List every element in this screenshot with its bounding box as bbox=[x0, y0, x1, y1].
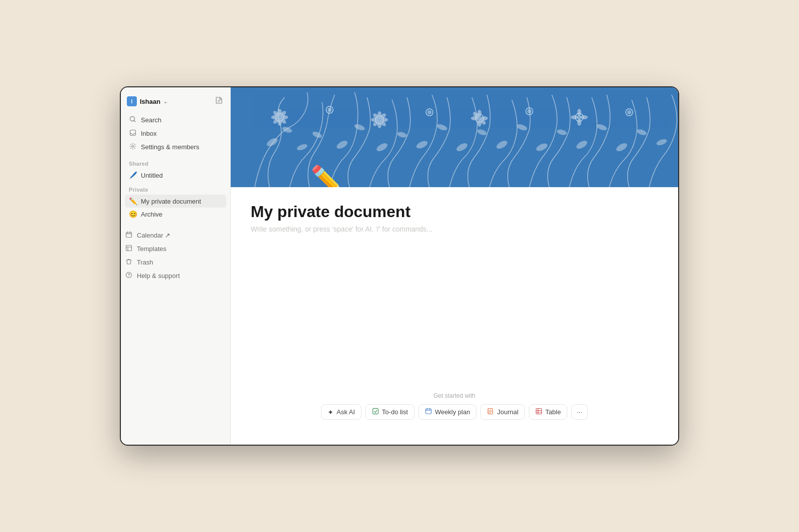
svg-rect-75 bbox=[536, 409, 542, 414]
get-started-label: Get started with bbox=[433, 392, 475, 399]
calendar-label: Calendar ↗ bbox=[137, 232, 170, 239]
my-private-doc-label: My private document bbox=[141, 198, 201, 205]
sidebar-header: I Ishaan ⌄ bbox=[121, 93, 230, 111]
inbox-label: Inbox bbox=[141, 130, 157, 137]
svg-rect-4 bbox=[126, 246, 132, 251]
svg-point-68 bbox=[577, 119, 581, 126]
svg-point-67 bbox=[577, 109, 581, 116]
settings-icon bbox=[129, 143, 137, 151]
todo-icon bbox=[372, 408, 379, 416]
sidebar-item-calendar[interactable]: Calendar ↗ bbox=[121, 229, 230, 242]
sidebar-item-trash[interactable]: Trash bbox=[121, 256, 230, 269]
svg-rect-3 bbox=[126, 233, 132, 238]
inbox-icon bbox=[129, 129, 137, 138]
journal-button[interactable]: Journal bbox=[480, 404, 525, 420]
svg-point-40 bbox=[528, 110, 531, 113]
document-placeholder: Write something, or press 'space' for AI… bbox=[251, 225, 658, 233]
chevron-down-icon: ⌄ bbox=[163, 99, 167, 104]
svg-point-42 bbox=[577, 115, 581, 119]
sidebar-item-help[interactable]: Help & support bbox=[121, 269, 230, 282]
svg-point-32 bbox=[328, 108, 332, 112]
weekly-plan-label: Weekly plan bbox=[435, 408, 470, 416]
table-label: Table bbox=[545, 408, 561, 416]
templates-icon bbox=[125, 245, 133, 253]
sidebar: I Ishaan ⌄ Sear bbox=[121, 87, 231, 445]
more-actions-button[interactable]: ··· bbox=[571, 404, 588, 420]
sidebar-item-search[interactable]: Search bbox=[125, 113, 226, 127]
journal-icon bbox=[487, 408, 494, 416]
svg-point-6 bbox=[128, 276, 129, 276]
more-actions-label: ··· bbox=[577, 408, 582, 416]
svg-point-36 bbox=[428, 111, 431, 114]
table-button[interactable]: Table bbox=[529, 404, 567, 420]
help-label: Help & support bbox=[137, 272, 180, 279]
ask-ai-icon: ✦ bbox=[328, 408, 334, 416]
document-icon: ✏️ bbox=[311, 166, 343, 187]
sidebar-utils: Calendar ↗ Templates Trash bbox=[121, 229, 230, 282]
cover-pattern bbox=[231, 87, 678, 187]
table-icon bbox=[535, 408, 542, 416]
svg-rect-72 bbox=[425, 409, 431, 414]
shared-section-label: Shared bbox=[121, 156, 230, 169]
trash-label: Trash bbox=[137, 259, 153, 266]
get-started-section: Get started with ✦ Ask AI To-do bbox=[251, 392, 658, 435]
workspace-name-label: Ishaan bbox=[140, 98, 160, 105]
search-label: Search bbox=[141, 116, 161, 124]
sidebar-item-settings[interactable]: Settings & members bbox=[125, 140, 226, 154]
svg-point-70 bbox=[581, 115, 588, 119]
search-icon bbox=[129, 116, 137, 124]
document-body[interactable]: My private document Write something, or … bbox=[231, 187, 678, 445]
page-item-my-private-document[interactable]: ✏️ My private document bbox=[125, 195, 226, 208]
page-item-archive[interactable]: 😊 Archive bbox=[125, 208, 226, 221]
weekly-plan-icon bbox=[425, 408, 432, 416]
main-content: ✏️ My private document Write something, … bbox=[231, 87, 678, 445]
templates-label: Templates bbox=[137, 245, 166, 253]
ask-ai-button[interactable]: ✦ Ask AI bbox=[321, 404, 362, 420]
new-page-button[interactable] bbox=[214, 95, 224, 107]
quick-actions-bar: ✦ Ask AI To-do list bbox=[321, 404, 588, 420]
svg-rect-71 bbox=[373, 409, 378, 414]
untitled-label: Untitled bbox=[141, 172, 163, 179]
sidebar-item-templates[interactable]: Templates bbox=[121, 242, 230, 256]
sidebar-item-inbox[interactable]: Inbox bbox=[125, 127, 226, 140]
journal-label: Journal bbox=[497, 408, 518, 416]
document-title[interactable]: My private document bbox=[251, 202, 658, 221]
workspace-avatar: I bbox=[127, 96, 137, 106]
private-section-label: Private bbox=[121, 182, 230, 195]
weekly-plan-button[interactable]: Weekly plan bbox=[418, 404, 477, 420]
svg-point-69 bbox=[571, 115, 578, 119]
document-content-area[interactable] bbox=[251, 248, 658, 392]
svg-rect-74 bbox=[488, 409, 489, 414]
settings-label: Settings & members bbox=[141, 143, 199, 151]
ask-ai-label: Ask AI bbox=[337, 408, 355, 416]
cover-area: ✏️ bbox=[231, 87, 678, 187]
svg-point-2 bbox=[132, 145, 134, 147]
archive-label: Archive bbox=[141, 211, 162, 218]
page-item-untitled[interactable]: 🖊️ Untitled bbox=[125, 169, 226, 182]
todo-list-button[interactable]: To-do list bbox=[366, 404, 414, 420]
help-icon bbox=[125, 271, 133, 280]
archive-icon: 😊 bbox=[129, 210, 137, 218]
calendar-icon bbox=[125, 231, 133, 240]
workspace-selector[interactable]: I Ishaan ⌄ bbox=[127, 96, 167, 106]
sidebar-nav: Search Inbox Settings & bbox=[121, 111, 230, 156]
todo-label: To-do list bbox=[382, 408, 408, 416]
untitled-icon: 🖊️ bbox=[129, 171, 137, 179]
my-private-doc-icon: ✏️ bbox=[129, 197, 137, 205]
svg-point-44 bbox=[628, 111, 631, 114]
trash-icon bbox=[125, 258, 133, 266]
